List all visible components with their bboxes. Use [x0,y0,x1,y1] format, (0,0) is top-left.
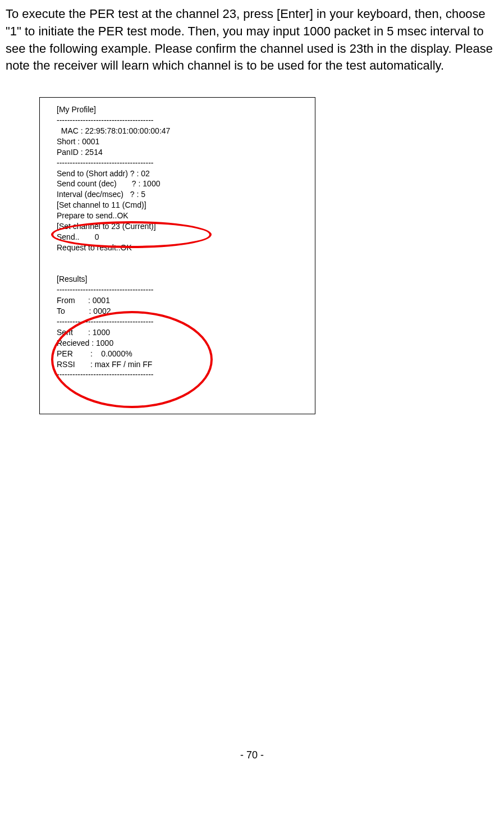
short-line: Short : 0001 [57,137,99,146]
terminal-output-box: [My Profile] ---------------------------… [39,97,315,414]
send-count-line: Send count (dec) ? : 1000 [57,179,160,188]
intro-paragraph: To execute the PER test at the channel 2… [6,6,498,75]
sent-line: Sent : 1000 [57,328,110,337]
recieved-line: Recieved : 1000 [57,338,113,347]
per-line: PER : 0.0000% [57,349,132,358]
panid-line: PanID : 2514 [57,148,103,157]
set-channel-cmd-line: [Set channel to 11 (Cmd)] [57,200,146,209]
results-header: [Results] [57,274,87,283]
mac-line: MAC : 22:95:78:01:00:00:00:47 [57,126,170,135]
divider-4: ------------------------------------- [57,317,154,326]
divider-5: ------------------------------------- [57,370,154,379]
send-line: Send.. 0 [57,232,99,241]
rssi-line: RSSI : max FF / min FF [57,360,152,369]
set-channel-current-line: [Set channel to 23 (Current)] [57,222,156,231]
divider-3: ------------------------------------- [57,285,154,294]
to-line: To : 0002 [57,306,111,315]
profile-header: [My Profile] [57,105,96,114]
interval-line: Interval (dec/msec) ? : 5 [57,190,145,199]
prepare-line: Prepare to send..OK [57,211,129,220]
page-number: - 70 - [6,748,498,762]
request-line: Request to result..OK [57,243,132,252]
from-line: From : 0001 [57,296,110,305]
terminal-content: [My Profile] ---------------------------… [57,104,298,380]
divider-2: ------------------------------------- [57,158,154,167]
send-to-line: Send to (Short addr) ? : 02 [57,169,150,178]
divider-1: ------------------------------------- [57,116,154,125]
